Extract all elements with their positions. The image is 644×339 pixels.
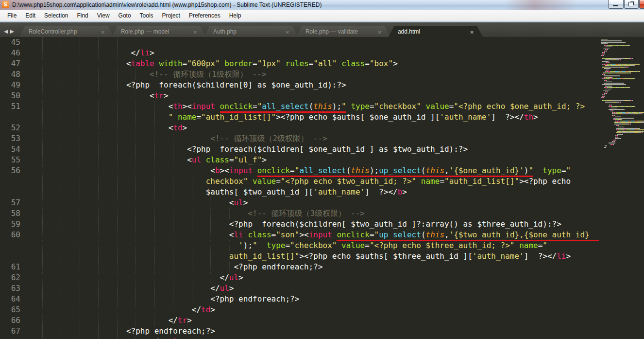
minimap-mark — [608, 67, 620, 68]
tab-add.html[interactable]: add.html✕ — [388, 26, 483, 38]
code-row: " name="auth_id_list[]"><?php echo $auth… — [0, 112, 600, 123]
code-row: </table> — [0, 337, 600, 339]
indent-guide — [80, 69, 80, 80]
minimap-row — [601, 109, 644, 110]
minimap-row — [601, 54, 644, 54]
indent-guide — [210, 251, 211, 262]
tab-scroll-left-icon[interactable]: ◀ — [4, 29, 8, 34]
minimap-mark — [604, 68, 610, 69]
code-token-annotated: all_select — [299, 166, 346, 177]
line-number: 51 — [0, 101, 20, 112]
code-token-annotated: " — [295, 166, 300, 177]
code-line-text: " name="auth_id_list[]"><?php echo $auth… — [23, 112, 538, 123]
code-token: name — [421, 177, 440, 186]
indent-guide — [117, 90, 118, 101]
indent-guide — [42, 187, 43, 197]
minimap-mark — [618, 125, 619, 126]
indent-guide — [80, 283, 80, 294]
code-token: <!-- 循环顶级（2级权限） --> — [210, 134, 327, 143]
minimap-mark — [638, 121, 643, 122]
indent-guide — [136, 304, 136, 315]
menu-find[interactable]: Find — [72, 10, 92, 21]
code-row: 54 <?php foreach($children[ $one_auth_id… — [0, 144, 600, 155]
code-token: ' — [238, 241, 243, 250]
close-button[interactable]: ✕ — [639, 0, 644, 9]
minimap-mark — [604, 74, 605, 75]
code-token: value — [253, 177, 276, 186]
code-token: type — [267, 241, 286, 250]
code-token: ul — [234, 198, 243, 207]
indent-guide — [192, 197, 192, 208]
menu-preferences[interactable]: Preferences — [185, 10, 225, 21]
indent-guide — [98, 240, 99, 251]
indent-guide — [42, 123, 43, 133]
minimap-mark — [609, 109, 625, 110]
code-token: < — [169, 102, 173, 111]
tab-rolecontroller.php[interactable]: RoleController.php✕ — [19, 26, 114, 38]
code-token: name — [178, 112, 197, 122]
code-token: class — [206, 155, 229, 164]
menu-help[interactable]: Help — [225, 10, 246, 21]
indent-guide — [117, 219, 118, 230]
code-token: <?php echo $auths[ $three_auth_id ][ — [304, 251, 473, 261]
line-number: 57 — [0, 197, 20, 208]
indent-guide — [117, 240, 118, 251]
minimap-row — [601, 131, 644, 132]
tab-auth.php[interactable]: Auth.php✕ — [203, 26, 299, 38]
indent-guide — [154, 262, 155, 272]
minimap-mark — [642, 113, 643, 114]
indent-guide — [136, 230, 136, 240]
minimize-button[interactable] — [608, 0, 624, 9]
indent-guide — [192, 272, 192, 283]
indent-guide — [42, 337, 43, 339]
code-token: 'auth_name' — [440, 112, 491, 122]
code-token-annotated: ); — [332, 102, 341, 113]
indent-guide — [61, 187, 61, 197]
menu-selection[interactable]: Selection — [40, 10, 72, 21]
code-token: > — [276, 112, 281, 122]
code-token: >< — [220, 166, 229, 175]
minimap-mark — [607, 58, 612, 59]
minimap-mark — [618, 126, 624, 127]
tab-role.php-model[interactable]: Role.php — model✕ — [111, 26, 206, 38]
indent-guide — [98, 272, 99, 283]
indent-guide — [154, 208, 155, 219]
tab-role.php-validate[interactable]: Role.php — validate✕ — [296, 26, 391, 38]
code-line-text: checkbox" value="<?php echo $two_auth_id… — [23, 176, 571, 187]
minimap[interactable] — [601, 39, 644, 339]
indent-guide — [154, 176, 155, 187]
menu-project[interactable]: Project — [158, 10, 185, 21]
code-token: </ — [192, 305, 201, 314]
indent-guide — [61, 37, 61, 48]
menu-file[interactable]: File — [3, 10, 21, 21]
code-token: $auths[ $two_auth_id ][ — [206, 187, 314, 196]
menu-goto[interactable]: Goto — [114, 10, 136, 21]
menu-view[interactable]: View — [93, 10, 114, 21]
code-token: input — [309, 230, 332, 239]
tab-close-icon[interactable]: ✕ — [470, 26, 474, 38]
restore-button[interactable] — [624, 0, 639, 9]
minimap-mark — [630, 131, 641, 132]
indent-guide — [61, 144, 61, 155]
tab-scroll-right-icon[interactable]: ▶ — [10, 29, 14, 34]
indent-guide — [192, 133, 192, 144]
minimap-mark — [620, 59, 621, 60]
menu-tools[interactable]: Tools — [136, 10, 158, 21]
code-line-text: <!-- 循环顶级（2级权限） --> — [23, 133, 327, 144]
title-bar: S D:\www.php15shop.com\application\admin… — [0, 0, 644, 10]
code-token: "auth_id_list[]" — [201, 112, 276, 122]
minimap-mark — [641, 122, 644, 123]
code-token-annotated: = — [370, 230, 374, 241]
code-token-annotated: onclick — [220, 102, 253, 113]
code-token: = — [365, 241, 370, 250]
minimap-mark — [623, 113, 634, 114]
minimap-mark — [614, 141, 615, 142]
code-token: td — [173, 123, 182, 132]
menu-edit[interactable]: Edit — [21, 10, 40, 21]
code-token: td — [201, 305, 210, 314]
indent-guide — [42, 69, 43, 80]
indent-guide — [80, 48, 80, 58]
editor-area[interactable]: 45 46 </li>47 <table width="600px" borde… — [0, 37, 644, 339]
minimap-row — [601, 80, 644, 81]
indent-guide — [98, 283, 99, 294]
